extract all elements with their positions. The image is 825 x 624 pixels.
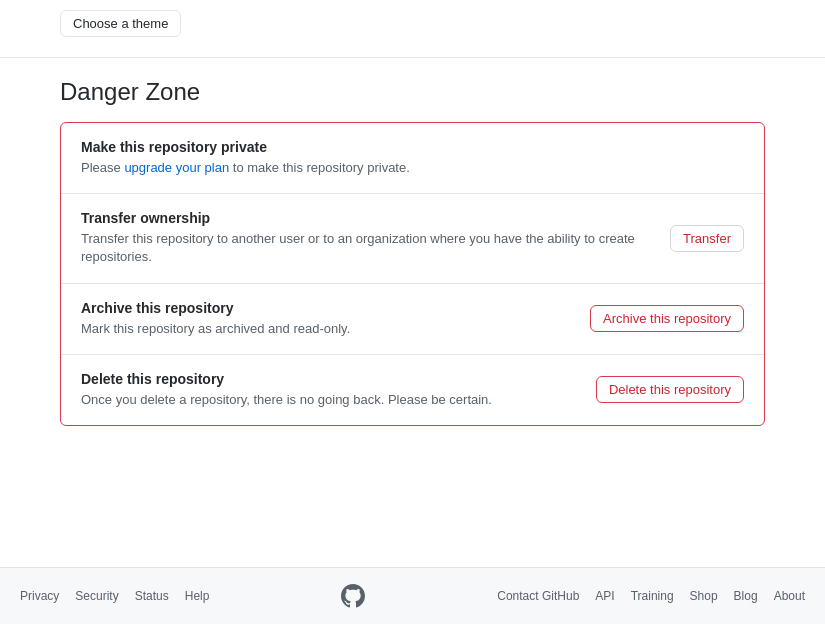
delete-repository-info: Delete this repository Once you delete a… xyxy=(81,371,596,409)
delete-repository-row: Delete this repository Once you delete a… xyxy=(61,355,764,425)
footer-link-api[interactable]: API xyxy=(595,589,614,603)
footer-link-about[interactable]: About xyxy=(774,589,805,603)
footer-link-status[interactable]: Status xyxy=(135,589,169,603)
main-content: Danger Zone Make this repository private… xyxy=(0,58,825,466)
make-private-info: Make this repository private Please upgr… xyxy=(81,139,744,177)
delete-repository-button[interactable]: Delete this repository xyxy=(596,376,744,403)
footer-right-links: Contact GitHub API Training Shop Blog Ab… xyxy=(497,589,805,603)
transfer-ownership-heading: Transfer ownership xyxy=(81,210,650,226)
danger-zone-title: Danger Zone xyxy=(60,78,765,106)
choose-theme-button[interactable]: Choose a theme xyxy=(60,10,181,37)
make-private-description: Please upgrade your plan to make this re… xyxy=(81,159,724,177)
footer-link-privacy[interactable]: Privacy xyxy=(20,589,59,603)
github-logo-icon xyxy=(341,584,365,608)
footer: Privacy Security Status Help Contact Git… xyxy=(0,567,825,624)
transfer-ownership-row: Transfer ownership Transfer this reposit… xyxy=(61,194,764,283)
footer-link-help[interactable]: Help xyxy=(185,589,210,603)
make-private-heading: Make this repository private xyxy=(81,139,724,155)
footer-link-security[interactable]: Security xyxy=(75,589,118,603)
archive-repository-description: Mark this repository as archived and rea… xyxy=(81,320,570,338)
make-private-desc-after: to make this repository private. xyxy=(229,160,410,175)
upgrade-plan-link[interactable]: upgrade your plan xyxy=(124,160,229,175)
archive-repository-row: Archive this repository Mark this reposi… xyxy=(61,284,764,355)
transfer-ownership-info: Transfer ownership Transfer this reposit… xyxy=(81,210,670,266)
archive-repository-info: Archive this repository Mark this reposi… xyxy=(81,300,590,338)
archive-repository-button[interactable]: Archive this repository xyxy=(590,305,744,332)
footer-link-contact-github[interactable]: Contact GitHub xyxy=(497,589,579,603)
make-private-row: Make this repository private Please upgr… xyxy=(61,123,764,194)
transfer-ownership-description: Transfer this repository to another user… xyxy=(81,230,650,266)
delete-repository-heading: Delete this repository xyxy=(81,371,576,387)
footer-link-training[interactable]: Training xyxy=(631,589,674,603)
transfer-button[interactable]: Transfer xyxy=(670,225,744,252)
footer-link-blog[interactable]: Blog xyxy=(734,589,758,603)
footer-center xyxy=(341,584,365,608)
make-private-desc-before: Please xyxy=(81,160,124,175)
delete-repository-description: Once you delete a repository, there is n… xyxy=(81,391,576,409)
footer-left-links: Privacy Security Status Help xyxy=(20,589,209,603)
archive-repository-heading: Archive this repository xyxy=(81,300,570,316)
danger-zone-box: Make this repository private Please upgr… xyxy=(60,122,765,426)
top-section: Choose a theme xyxy=(0,0,825,58)
footer-link-shop[interactable]: Shop xyxy=(690,589,718,603)
